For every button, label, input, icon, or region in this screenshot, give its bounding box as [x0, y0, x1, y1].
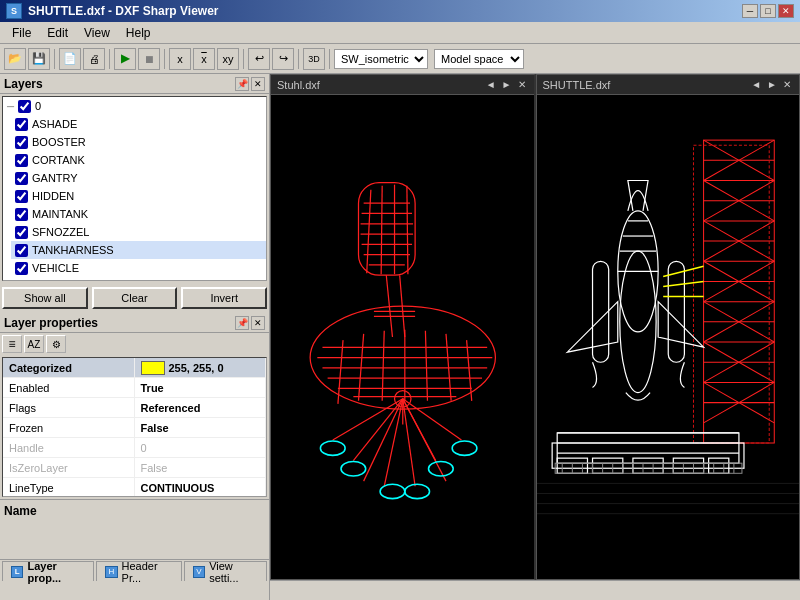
props-categorized-label: Categorized	[3, 358, 135, 377]
layer-item-0[interactable]: ─ 0	[3, 97, 266, 115]
tb-print-button[interactable]: 🖨	[83, 48, 105, 70]
main-area: Layers 📌 ✕ ─ 0 ASHADE	[0, 74, 800, 600]
layer-item-tankharness[interactable]: TANKHARNESS	[11, 241, 266, 259]
layer-item-maintank[interactable]: MAINTANK	[11, 205, 266, 223]
layers-panel-icons[interactable]: 📌 ✕	[235, 77, 265, 91]
tb-undo-button[interactable]: ↩	[248, 48, 270, 70]
layer-checkbox-0[interactable]	[18, 100, 31, 113]
layers-close-icon[interactable]: ✕	[251, 77, 265, 91]
expand-icon-0[interactable]: ─	[7, 101, 14, 112]
layer-label-tankharness: TANKHARNESS	[32, 244, 114, 256]
props-enabled-name: Enabled	[3, 378, 135, 397]
tb-redo-button[interactable]: ↪	[272, 48, 294, 70]
tab-layer-prop[interactable]: L Layer prop...	[2, 561, 94, 581]
layer-label-vehicle: VEHICLE	[32, 262, 79, 274]
tb-separator-5	[298, 49, 299, 69]
layer-checkbox-booster[interactable]	[15, 136, 28, 149]
props-enabled-value: True	[135, 378, 267, 397]
tb-zoom-x-button[interactable]: x	[169, 48, 191, 70]
viewport-shuttle: SHUTTLE.dxf ◄ ► ✕	[536, 74, 801, 580]
svg-line-11	[425, 331, 427, 401]
svg-line-9	[382, 331, 384, 401]
layer-item-hidden[interactable]: HIDDEN	[11, 187, 266, 205]
layer-props-close-icon[interactable]: ✕	[251, 316, 265, 330]
invert-button[interactable]: Invert	[181, 287, 267, 309]
view-select[interactable]: SW_isometric NE_isometric Top Front	[334, 49, 428, 69]
tb-stop-button[interactable]: ⏹	[138, 48, 160, 70]
shuttle-svg	[537, 95, 800, 579]
tab-view-setti-label: View setti...	[209, 560, 258, 584]
maximize-button[interactable]: □	[760, 4, 776, 18]
menu-view[interactable]: View	[76, 24, 118, 42]
layer-checkbox-hidden[interactable]	[15, 190, 28, 203]
viewport-shuttle-content	[537, 95, 800, 579]
props-az-btn[interactable]: AZ	[24, 335, 44, 353]
props-iszerolayer-name: IsZeroLayer	[3, 458, 135, 477]
layer-props-icons[interactable]: 📌 ✕	[235, 316, 265, 330]
layer-item-ashade[interactable]: ASHADE	[11, 115, 266, 133]
layers-pin-icon[interactable]: 📌	[235, 77, 249, 91]
viewport-stuhl-prev[interactable]: ◄	[484, 79, 498, 90]
viewport-area: Stuhl.dxf ◄ ► ✕	[270, 74, 800, 580]
layer-checkbox-tankharness[interactable]	[15, 244, 28, 257]
tb-play-button[interactable]: ▶	[114, 48, 136, 70]
space-select[interactable]: Model space Paper space	[434, 49, 524, 69]
layer-buttons: Show all Clear Invert	[0, 283, 269, 313]
title-bar-buttons[interactable]: ─ □ ✕	[742, 4, 794, 18]
layer-item-cortank[interactable]: CORTANK	[11, 151, 266, 169]
props-sort-btn[interactable]: ≡	[2, 335, 22, 353]
layer-checkbox-ashade[interactable]	[15, 118, 28, 131]
tab-header-pr-label: Header Pr...	[122, 560, 173, 584]
layers-container: ─ 0 ASHADE BOOSTER CORTANK	[2, 96, 267, 281]
props-row-categorized: Categorized 255, 255, 0	[3, 358, 266, 378]
layer-item-gantry[interactable]: GANTRY	[11, 169, 266, 187]
viewport-stuhl-close[interactable]: ✕	[516, 79, 528, 90]
props-frozen-name: Frozen	[3, 418, 135, 437]
layer-item-sfnozzel[interactable]: SFNOZZEL	[11, 223, 266, 241]
svg-point-76	[619, 251, 655, 392]
layers-panel-header: Layers 📌 ✕	[0, 74, 269, 94]
layer-label-sfnozzel: SFNOZZEL	[32, 226, 89, 238]
layer-checkbox-maintank[interactable]	[15, 208, 28, 221]
clear-button[interactable]: Clear	[92, 287, 178, 309]
viewport-shuttle-close[interactable]: ✕	[781, 79, 793, 90]
tab-header-pr[interactable]: H Header Pr...	[96, 561, 182, 581]
viewport-stuhl: Stuhl.dxf ◄ ► ✕	[270, 74, 536, 580]
layer-props-pin-icon[interactable]: 📌	[235, 316, 249, 330]
viewport-shuttle-prev[interactable]: ◄	[749, 79, 763, 90]
layer-checkbox-vehicle[interactable]	[15, 262, 28, 275]
tb-zoom-xy-button[interactable]: xy	[217, 48, 239, 70]
stuhl-svg	[271, 95, 534, 579]
tb-save-button[interactable]: 💾	[28, 48, 50, 70]
layer-label-hidden: HIDDEN	[32, 190, 74, 202]
layer-item-vehicle[interactable]: VEHICLE	[11, 259, 266, 277]
layer-item-booster[interactable]: BOOSTER	[11, 133, 266, 151]
svg-rect-80	[552, 443, 744, 468]
tb-3d-button[interactable]: 3D	[303, 48, 325, 70]
menu-file[interactable]: File	[4, 24, 39, 42]
props-filter-btn[interactable]: ⚙	[46, 335, 66, 353]
viewport-stuhl-next[interactable]: ►	[500, 79, 514, 90]
viewport-stuhl-nav[interactable]: ◄ ► ✕	[484, 79, 528, 90]
layer-checkbox-sfnozzel[interactable]	[15, 226, 28, 239]
viewport-shuttle-next[interactable]: ►	[765, 79, 779, 90]
layer-checkbox-gantry[interactable]	[15, 172, 28, 185]
close-button[interactable]: ✕	[778, 4, 794, 18]
layer-checkbox-cortank[interactable]	[15, 154, 28, 167]
tb-open-button[interactable]: 📂	[4, 48, 26, 70]
menu-edit[interactable]: Edit	[39, 24, 76, 42]
minimize-button[interactable]: ─	[742, 4, 758, 18]
tb-zoom-y-button[interactable]: x	[193, 48, 215, 70]
show-all-button[interactable]: Show all	[2, 287, 88, 309]
props-row-linetype: LineType CONTINUOUS	[3, 478, 266, 496]
svg-rect-85	[708, 458, 728, 473]
tb-new-button[interactable]: 📄	[59, 48, 81, 70]
tab-view-setti[interactable]: V View setti...	[184, 561, 267, 581]
viewport-stuhl-title: Stuhl.dxf	[277, 79, 320, 91]
svg-line-93	[663, 266, 703, 276]
viewport-shuttle-nav[interactable]: ◄ ► ✕	[749, 79, 793, 90]
viewport-shuttle-header: SHUTTLE.dxf ◄ ► ✕	[537, 75, 800, 95]
layers-list[interactable]: ─ 0 ASHADE BOOSTER CORTANK	[3, 97, 266, 280]
bottom-tabs: L Layer prop... H Header Pr... V View se…	[0, 559, 269, 581]
menu-help[interactable]: Help	[118, 24, 159, 42]
